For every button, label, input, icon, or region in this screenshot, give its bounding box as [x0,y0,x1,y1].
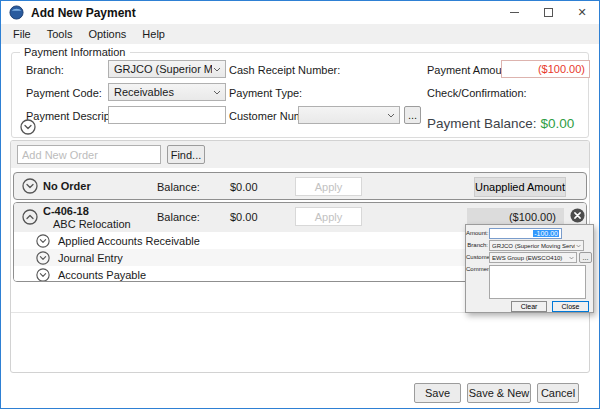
menu-help[interactable]: Help [134,25,173,43]
maximize-button[interactable] [531,1,565,24]
payment-code-label: Payment Code: [26,84,102,102]
branch-dropdown[interactable]: GRJCO (Superior Movir [108,60,226,78]
payment-type-label: Payment Type: [229,84,302,102]
payment-balance-label: Payment Balance: [427,116,537,131]
chevron-down-icon [386,113,396,118]
chevron-down-icon [568,256,574,260]
popup-clear-button[interactable]: Clear [511,301,547,312]
customer-number-browse-button[interactable]: ... [404,106,421,124]
order-search-bar: Find... [11,141,589,168]
menu-file[interactable]: File [5,25,39,43]
add-new-order-input[interactable] [17,145,161,164]
popup-comments-label: Comments: [466,266,488,272]
order-row-no-order: No Order Balance: $0.00 Apply Unapplied … [13,172,587,200]
app-globe-icon [9,5,24,20]
apply-button[interactable]: Apply [295,207,362,226]
chevron-down-circle-icon[interactable] [22,178,38,194]
customer-number-dropdown[interactable] [298,106,400,124]
amount-editor-popup: Amount: -100.00 Branch: GRJCO (Superior … [465,224,594,313]
payment-info-expander chevron-down-circle-icon[interactable] [20,119,36,135]
payment-amount-input[interactable] [501,60,590,78]
popup-comments-textarea[interactable] [489,265,586,299]
chevron-down-circle-icon[interactable] [36,251,50,265]
payment-balance: Payment Balance:$0.00 [427,116,574,131]
titlebar: Add New Payment ✕ [1,1,599,24]
payment-information-panel: Payment Information Branch: GRJCO (Super… [11,52,589,138]
check-confirmation-label: Check/Confirmation: [427,84,527,102]
popup-amount-label: Amount: [466,230,488,236]
order-number: C-406-18 [43,205,89,217]
menu-options[interactable]: Options [80,25,134,43]
payment-code-dropdown[interactable]: Receivables [108,83,226,101]
add-new-payment-window: Add New Payment ✕ File Tools Options Hel… [0,0,600,409]
popup-branch-dropdown[interactable]: GRJCO (Superior Moving Services of CO) [489,240,584,251]
popup-branch-label: Branch: [466,242,488,248]
chevron-down-circle-icon[interactable] [36,234,50,248]
popup-customer-label: Customer: [466,254,488,260]
chevron-down-icon [575,244,581,248]
chevron-up-circle-icon[interactable] [22,209,38,225]
remove-amount-button close-circle-icon[interactable] [570,208,585,223]
popup-customer-browse-button[interactable]: ... [579,252,592,263]
no-order-title: No Order [43,180,91,192]
find-button[interactable]: Find... [167,145,205,164]
cancel-button[interactable]: Cancel [537,383,579,403]
save-and-new-button[interactable]: Save & New [467,383,531,403]
chevron-down-circle-icon[interactable] [36,268,50,282]
apply-button[interactable]: Apply [295,177,362,196]
popup-close-button[interactable]: Close [552,301,589,312]
section-label: Journal Entry [58,252,123,264]
balance-label: Balance: [157,181,200,193]
minimize-icon [510,12,519,13]
branch-label: Branch: [26,61,64,79]
menu-tools[interactable]: Tools [39,25,81,43]
section-label: Applied Accounts Receivable [58,235,200,247]
panel-title: Payment Information [20,46,130,58]
popup-customer-dropdown[interactable]: EWS Group (EWSCO410) [489,252,577,263]
popup-amount-input[interactable]: -100.00 [489,228,562,239]
unapplied-amount-button[interactable]: Unapplied Amount [474,177,566,197]
menu-bar: File Tools Options Help [1,24,599,44]
cash-receipt-number-label: Cash Receipt Number: [229,61,340,79]
maximize-icon [544,8,553,17]
balance-label: Balance: [157,211,200,223]
minimize-button[interactable] [497,1,531,24]
balance-value: $0.00 [230,211,258,223]
chevron-down-icon [212,90,222,95]
save-button[interactable]: Save [414,383,461,403]
close-button[interactable]: ✕ [565,1,599,24]
window-title: Add New Payment [31,6,136,20]
balance-value: $0.00 [230,181,258,193]
chevron-down-icon [212,67,222,72]
order-name: ABC Relocation [53,218,131,230]
selected-text: -100.00 [533,230,559,237]
applied-amount-box[interactable]: ($100.00) [467,208,564,225]
payment-description-input[interactable] [108,106,226,124]
payment-balance-value: $0.00 [541,116,575,131]
section-label: Accounts Payable [58,269,146,281]
